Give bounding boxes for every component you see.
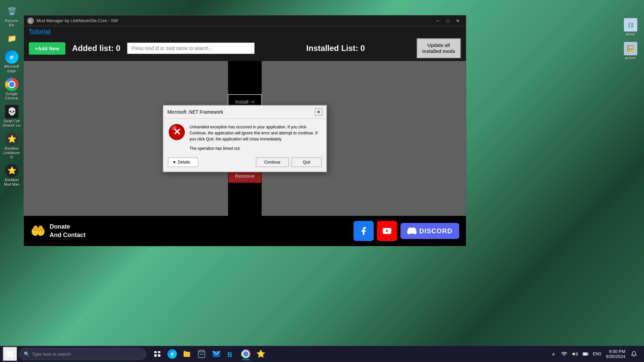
battery-icon[interactable]	[581, 349, 590, 359]
facebook-icon	[359, 226, 368, 236]
modal-main-text: Unhandled exception has occurred in your…	[190, 124, 321, 142]
desktop-icon-picture[interactable]: 🖼️ picture	[619, 41, 642, 62]
desktop-icon-folder[interactable]: 📁	[1, 31, 23, 47]
desktop-icon-dead-cells[interactable]: 💀 Dead CellDirectX Lin	[1, 104, 23, 129]
speaker-icon[interactable]	[570, 349, 580, 359]
header-area: +Add New Added list: 0 Installed List: 0…	[24, 37, 466, 61]
facebook-button[interactable]	[354, 221, 374, 241]
update-all-line1: Update all	[428, 43, 450, 48]
notification-icon	[631, 351, 637, 357]
modal-close-button[interactable]: ✕	[315, 108, 322, 116]
language-indicator[interactable]: ENG	[592, 349, 602, 359]
svg-rect-6	[154, 354, 157, 357]
details-button[interactable]: ▼ Details	[168, 158, 198, 167]
taskbar-chrome[interactable]	[239, 347, 253, 361]
taskbar-bing[interactable]: B	[224, 347, 238, 361]
taskbar-mail[interactable]	[209, 347, 223, 361]
taskbar-search[interactable]: 🔍 Type here to search	[19, 348, 146, 360]
youtube-button[interactable]	[377, 221, 397, 241]
desktop-icon-rimworld2[interactable]: ⭐ RimWorlMod Man	[1, 163, 23, 188]
clock-area[interactable]: 9:00 PM 9/30/2024	[604, 348, 627, 360]
svg-rect-7	[158, 354, 160, 357]
donate-line1: Donate	[50, 223, 86, 231]
system-tray: ∧	[549, 349, 590, 359]
modal-action-buttons: Continue Quit	[256, 158, 322, 167]
taskbar: 🔍 Type here to search e	[0, 346, 644, 362]
store-icon	[197, 350, 206, 358]
donate-text: Donate And Contact	[50, 223, 86, 239]
rimworld1-icon: ⭐	[5, 132, 18, 146]
picture-icon: 🖼️	[624, 42, 637, 55]
window-title: Mod Manager by LinkNeverDie.Com - SW	[37, 18, 118, 23]
chrome-icon	[5, 78, 18, 91]
main-area: Install -> Remove Microsoft .NET Framewo…	[24, 61, 466, 216]
update-all-button[interactable]: Update all installed mods	[417, 38, 461, 58]
desktop-icon-rimworld1[interactable]: ⭐ RimWorlLinkNeverD	[1, 131, 23, 161]
chevron-up-icon[interactable]: ∧	[549, 349, 558, 359]
wifi-icon	[561, 351, 567, 357]
modal-dialog: Microsoft .NET Framework ✕ ✕	[163, 105, 327, 172]
search-icon: 🔍	[24, 351, 30, 357]
discord-icon	[407, 226, 417, 236]
tutorial-link[interactable]: Tutorial	[29, 28, 51, 35]
notification-button[interactable]	[629, 347, 639, 361]
task-view-icon	[154, 350, 161, 358]
window-controls: ─ □ ✕	[433, 16, 463, 25]
social-icons: DISCORD	[354, 221, 459, 241]
windows-icon	[7, 351, 13, 357]
title-bar: L Mod Manager by LinkNeverDie.Com - SW ─…	[24, 15, 466, 26]
details-label: Details	[178, 160, 190, 165]
rimworld2-label: RimWorlMod Man	[4, 178, 19, 187]
edge-label: MicrosoftEdge	[4, 64, 19, 73]
continue-button[interactable]: Continue	[256, 158, 289, 167]
taskbar-store[interactable]	[195, 347, 209, 361]
donate-line2: And Contact	[50, 231, 86, 239]
svg-marker-10	[573, 352, 575, 356]
taskbar-explorer[interactable]	[180, 347, 194, 361]
clock-date: 9/30/2024	[606, 354, 625, 359]
discord-button[interactable]: DISCORD	[400, 223, 459, 239]
modal-body: ✕ Unhandled exception has occurred in yo…	[163, 119, 326, 154]
taskbar-apps: e B	[150, 347, 268, 361]
taskbar-right: ∧	[549, 347, 641, 361]
quit-button[interactable]: Quit	[291, 158, 322, 167]
svg-rect-13	[583, 353, 587, 355]
recycle-bin-icon: 🗑️	[5, 5, 18, 18]
top-bar: Tutorial	[24, 26, 466, 37]
modal-title-bar: Microsoft .NET Framework ✕	[163, 106, 326, 119]
taskbar-task-view[interactable]	[150, 347, 164, 361]
minimize-button[interactable]: ─	[433, 16, 442, 25]
maximize-button[interactable]: □	[443, 16, 452, 25]
svg-rect-1	[10, 351, 13, 354]
add-new-button[interactable]: +Add New	[29, 42, 65, 55]
battery-icon-svg	[583, 352, 589, 356]
desktop-icon-recycle-bin[interactable]: 🗑️ Recycle Bin	[1, 3, 23, 29]
picture-label: picture	[625, 56, 636, 60]
rimworld-taskbar-icon: ⭐	[256, 350, 265, 358]
taskbar-rimworld[interactable]: ⭐	[254, 347, 268, 361]
chrome-label: Google Chrome	[2, 92, 21, 101]
taskbar-edge[interactable]: e	[165, 347, 179, 361]
about-label: about	[626, 32, 635, 37]
added-list-label: Added list: 0	[72, 44, 120, 53]
desktop-icon-edge[interactable]: e MicrosoftEdge	[1, 49, 23, 74]
network-icon[interactable]	[559, 349, 569, 359]
search-bar-text: Type here to search	[32, 352, 71, 357]
svg-rect-12	[588, 353, 588, 355]
clock-time: 9:00 PM	[609, 349, 625, 354]
modal-secondary-text: The operation has timed out.	[190, 145, 321, 152]
desktop-icon-chrome[interactable]: Google Chrome	[1, 76, 23, 102]
start-button[interactable]	[3, 347, 17, 361]
svg-rect-2	[7, 354, 10, 357]
modal-overlay: Microsoft .NET Framework ✕ ✕	[24, 61, 466, 216]
svg-rect-5	[158, 351, 160, 353]
close-button[interactable]: ✕	[453, 16, 463, 25]
desktop-icon-about[interactable]: ℹ️ about	[619, 17, 642, 38]
error-icon: ✕	[169, 124, 185, 140]
mail-icon	[212, 350, 221, 358]
dead-cells-icon: 💀	[5, 105, 18, 118]
volume-icon	[572, 351, 578, 357]
explorer-icon	[182, 350, 191, 358]
search-input[interactable]	[127, 43, 255, 54]
details-arrow-icon: ▼	[172, 160, 176, 165]
